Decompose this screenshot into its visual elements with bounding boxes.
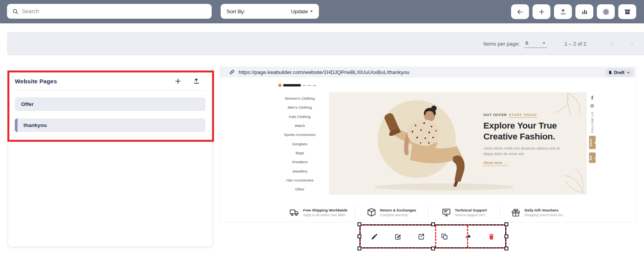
- pencil-icon: [371, 233, 378, 240]
- feature-item: Technical Support Service support 24/7: [428, 206, 501, 218]
- sort-by-value: Update: [291, 9, 308, 14]
- share-button[interactable]: [462, 231, 474, 242]
- selection-handle[interactable]: [504, 234, 508, 238]
- feature-title: Return & Exchanges: [380, 208, 416, 212]
- duplicate-icon: [441, 233, 448, 240]
- duplicate-button[interactable]: [439, 231, 451, 242]
- box-icon: [366, 207, 377, 217]
- feature-title: Daily Gift Vouchers: [524, 208, 563, 212]
- settings-button[interactable]: [597, 4, 615, 19]
- page-url-bar[interactable]: https://page.keabuilder.com/website/1HDJ…: [219, 67, 636, 78]
- gift-icon: [511, 207, 521, 217]
- trash-icon: [488, 233, 495, 240]
- caret-down-icon: [309, 9, 314, 14]
- chevron-down-icon: [626, 70, 630, 75]
- site-logo: [278, 84, 316, 87]
- feature-title: Free Shipping Worldwide: [303, 208, 347, 212]
- archive-button[interactable]: [618, 4, 636, 19]
- hero-eyebrow: HOT OFFER: [483, 113, 507, 117]
- selection-handle[interactable]: [357, 247, 361, 250]
- facebook-icon[interactable]: f: [591, 95, 593, 100]
- analytics-button[interactable]: [575, 4, 593, 19]
- hero-text-block: HOT OFFERSTART TODAY Explore Your True C…: [483, 113, 581, 166]
- follow-us-label: FOLLOW US: [591, 111, 594, 133]
- selection-handle[interactable]: [357, 234, 361, 238]
- search-input[interactable]: [22, 8, 207, 14]
- items-per-page-label: Items per page:: [483, 41, 520, 47]
- selection-handle[interactable]: [431, 247, 435, 250]
- next-page-button[interactable]: [626, 38, 637, 49]
- delete-button[interactable]: [486, 231, 497, 242]
- add-page-button[interactable]: [173, 77, 182, 85]
- publish-button[interactable]: [554, 4, 572, 19]
- hero-banner: HOT OFFERSTART TODAY Explore Your True C…: [329, 92, 587, 195]
- add-button[interactable]: [533, 4, 550, 19]
- settings-icon: [602, 8, 610, 16]
- hero-cta-link[interactable]: Show Now→: [483, 160, 508, 166]
- back-button[interactable]: [511, 4, 529, 19]
- page-range-text: 1 – 2 of 2: [564, 41, 586, 47]
- action-buttons: [361, 225, 505, 247]
- website-pages-panel: Website Pages Offer thankyou: [8, 69, 212, 247]
- hero-eyebrow-link[interactable]: START TODAY: [509, 113, 537, 118]
- feature-subtitle: Complete warranty: [380, 213, 416, 217]
- page-action-toolbar: [359, 224, 506, 248]
- arrow-right-icon: →: [504, 160, 508, 165]
- page-list-item[interactable]: thankyou: [15, 118, 205, 132]
- upload-page-button[interactable]: [192, 77, 200, 85]
- toolbar-buttons: [511, 4, 636, 19]
- rh-refresh-button[interactable]: RH: [589, 153, 596, 163]
- hero-body: Amet minim mollit non deserunt ullamco e…: [483, 146, 581, 156]
- items-per-page-select[interactable]: 6: [524, 39, 547, 48]
- sort-by-dropdown[interactable]: Sort By: Update: [221, 4, 319, 19]
- selection-handle[interactable]: [357, 222, 361, 226]
- social-rail: f FOLLOW US Dark RH: [587, 95, 597, 163]
- active-page-accent: [15, 118, 18, 132]
- divider: [15, 90, 205, 91]
- file-icon: [608, 70, 612, 75]
- page-name-label: Offer: [21, 101, 34, 107]
- back-icon: [517, 8, 524, 16]
- feature-subtitle: Service support 24/7: [455, 213, 487, 217]
- draft-status-label: Draft: [614, 70, 625, 75]
- archive-icon: [624, 8, 631, 16]
- add-icon: [174, 78, 182, 85]
- feature-subtitle: Apply to all orders over $800: [303, 213, 347, 217]
- pages-panel-title: Website Pages: [15, 78, 173, 85]
- feature-item: Return & Exchanges Complete warranty: [355, 206, 428, 218]
- refresh-icon: [594, 156, 598, 160]
- draft-status-button[interactable]: Draft: [605, 68, 634, 77]
- feature-subtitle: Shopping now is more fun: [524, 213, 563, 217]
- selection-handle[interactable]: [504, 247, 508, 250]
- support-icon: [441, 207, 451, 217]
- page-list: Offer thankyou: [8, 97, 212, 132]
- analytics-icon: [581, 8, 588, 16]
- page-name-label: thankyou: [23, 122, 47, 128]
- caret-down-icon: [541, 41, 547, 46]
- chevron-left-icon: [609, 41, 615, 47]
- site-preview[interactable]: Women's ClothingMen's ClothingKids Cloth…: [219, 78, 636, 222]
- pagination-bar: Items per page: 6 1 – 2 of 2: [7, 32, 644, 55]
- previous-page-button[interactable]: [607, 38, 617, 49]
- rename-button[interactable]: [392, 231, 403, 242]
- chevron-right-icon: [629, 41, 635, 47]
- link-icon: [229, 69, 235, 75]
- upload-icon: [193, 78, 200, 85]
- feature-item: Free Shipping Worldwide Apply to all ord…: [282, 206, 355, 218]
- search-box[interactable]: [7, 4, 212, 19]
- edit-square-icon: [394, 233, 402, 240]
- dark-mode-toggle[interactable]: Dark: [589, 136, 596, 149]
- sort-by-label: Sort By:: [226, 9, 245, 14]
- search-icon: [12, 8, 19, 15]
- truck-icon: [289, 207, 299, 217]
- open-button[interactable]: [415, 231, 427, 242]
- selection-handle[interactable]: [431, 222, 435, 226]
- add-icon: [538, 8, 545, 16]
- selection-handle[interactable]: [504, 222, 508, 226]
- external-icon: [418, 233, 425, 240]
- instagram-icon[interactable]: [590, 104, 594, 108]
- edit-button[interactable]: [368, 231, 380, 242]
- page-list-item[interactable]: Offer: [15, 97, 205, 111]
- page-url-text: https://page.keabuilder.com/website/1HDJ…: [239, 69, 409, 75]
- hero-title: Explore Your True Creative Fashion.: [483, 120, 581, 142]
